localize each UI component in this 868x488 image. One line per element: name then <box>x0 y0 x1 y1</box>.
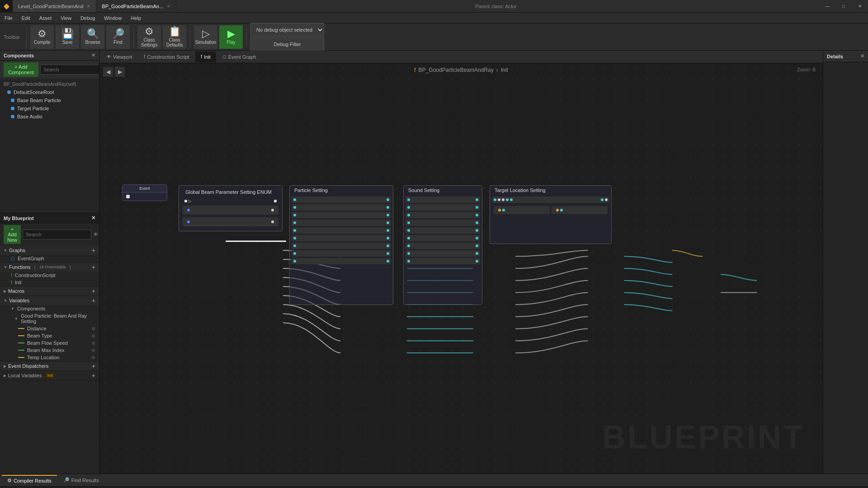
tab-init[interactable]: f Init <box>195 52 216 62</box>
ps-node-7[interactable] <box>292 243 391 249</box>
menu-edit[interactable]: Edit <box>17 13 35 23</box>
tab-level[interactable]: Level_GoodParticleBeamAnd ✕ <box>13 0 96 12</box>
compile-button[interactable]: ⚙ Compile <box>30 25 54 49</box>
bp-visibility-button[interactable]: 👁 <box>93 231 99 238</box>
ps-node-2[interactable] <box>292 204 391 211</box>
ps-node-8[interactable] <box>292 250 391 257</box>
beam-max-index-settings-icon[interactable]: ⚙ <box>91 348 95 353</box>
bp-var-distance[interactable]: Distance ⚙ <box>0 325 99 332</box>
tl-sub-node-2[interactable] <box>552 206 608 214</box>
class-settings-button[interactable]: ⚙ Class Settings <box>137 25 161 49</box>
ps-node-5[interactable] <box>292 227 391 234</box>
debug-filter-button[interactable]: Debug Filter <box>250 38 324 51</box>
ps-node-6[interactable] <box>292 235 391 241</box>
global-beam-node-group[interactable]: Global Beam Parameter Setting ENUM ▷ <box>179 185 283 231</box>
ss-node-1[interactable] <box>406 197 480 203</box>
menu-window[interactable]: Window <box>99 13 126 23</box>
tab-event-graph[interactable]: ⬡ Event Graph <box>217 52 262 62</box>
blueprint-canvas[interactable]: ◀ ▶ f BP_GoodParticleBeamAndRay › Init Z… <box>99 63 823 474</box>
self-item[interactable]: BP_GoodParticleBeamAndRay(self) <box>0 80 99 88</box>
menu-view[interactable]: View <box>56 13 76 23</box>
variables-section-header[interactable]: ▼ Variables + <box>0 296 99 305</box>
play-button[interactable]: ▶ Play <box>219 25 243 49</box>
tab-level-close[interactable]: ✕ <box>87 4 90 9</box>
distance-settings-icon[interactable]: ⚙ <box>91 326 95 331</box>
comp-default-scene-root[interactable]: DefaultSceneRoot <box>0 88 99 96</box>
tab-construction-script[interactable]: f Construction Script <box>139 52 195 62</box>
ss-node-8[interactable] <box>406 250 480 257</box>
beam-flow-speed-settings-icon[interactable]: ⚙ <box>91 341 95 346</box>
gb-inner-node-1[interactable] <box>183 206 278 215</box>
gb-inner-node-2[interactable] <box>183 217 278 226</box>
menu-help[interactable]: Help <box>126 13 146 23</box>
ss-node-4[interactable] <box>406 220 480 226</box>
add-new-button[interactable]: + Add New <box>4 225 21 244</box>
menu-file[interactable]: File <box>0 13 17 23</box>
add-graph-button[interactable]: + <box>92 247 95 253</box>
component-search-input[interactable] <box>40 65 99 75</box>
tl-sub-node-1[interactable] <box>494 206 550 214</box>
simulation-button[interactable]: ▷ Simulation <box>194 25 217 49</box>
ps-node-4[interactable] <box>292 220 391 226</box>
debug-object-select[interactable]: No debug object selected <box>250 23 324 37</box>
minimize-button[interactable]: — <box>819 0 835 13</box>
save-button[interactable]: 💾 Save <box>56 25 79 49</box>
add-variable-button[interactable]: + <box>92 297 95 304</box>
ps-node-9[interactable] <box>292 258 391 264</box>
add-event-dispatcher-button[interactable]: + <box>92 363 95 369</box>
maximize-button[interactable]: □ <box>835 0 852 13</box>
ss-node-7[interactable] <box>406 243 480 249</box>
tab-bp-close[interactable]: ✕ <box>167 4 170 9</box>
find-button[interactable]: 🔎 Find <box>106 25 130 49</box>
close-button[interactable]: ✕ <box>852 0 868 13</box>
tab-viewport[interactable]: 👁 Viewport <box>101 52 138 62</box>
add-macro-button[interactable]: + <box>92 288 95 294</box>
browse-button[interactable]: 🔍 Browse <box>81 25 104 49</box>
temp-location-settings-icon[interactable]: ⚙ <box>91 355 95 360</box>
tab-bp[interactable]: BP_GoodParticleBeamAn... ✕ <box>96 0 176 12</box>
local-variables-header[interactable]: ▶ Local Variables Init + <box>0 371 99 380</box>
ss-node-9[interactable] <box>406 258 480 264</box>
tab-compiler-results[interactable]: ⚙ Compiler Results <box>2 475 57 486</box>
menu-debug[interactable]: Debug <box>76 13 99 23</box>
sound-setting-node-group[interactable]: Sound Setting <box>403 185 482 305</box>
add-local-variable-button[interactable]: + <box>92 372 95 379</box>
macros-section-header[interactable]: ▶ Macros + <box>0 286 99 296</box>
bp-var-beam-type[interactable]: Beam Type ⚙ <box>0 332 99 339</box>
ps-node-1[interactable] <box>292 197 391 203</box>
bp-construction-script-item[interactable]: f ConstructionScript <box>0 272 99 279</box>
class-defaults-button[interactable]: 📋 Class Defaults <box>163 25 186 49</box>
graphs-section-header[interactable]: ▼ Graphs + <box>0 246 99 255</box>
comp-base-beam-particle[interactable]: Base Beam Particle <box>0 96 99 104</box>
ss-node-6[interactable] <box>406 235 480 241</box>
add-function-button[interactable]: + <box>92 264 95 270</box>
functions-section-header[interactable]: ▼ Functions ( 18 Overridable ) + <box>0 263 99 272</box>
bp-var-beam-max-index[interactable]: Beam Max Index ⚙ <box>0 347 99 354</box>
ss-node-5[interactable] <box>406 227 480 234</box>
start-node[interactable]: Event <box>122 189 131 196</box>
beam-type-settings-icon[interactable]: ⚙ <box>91 333 95 338</box>
bp-init-item[interactable]: f Init <box>0 279 99 286</box>
event-dispatchers-header[interactable]: ▶ Event Dispatchers + <box>0 361 99 371</box>
tab-find-results[interactable]: 🔎 Find Results <box>58 475 104 486</box>
ss-node-2[interactable] <box>406 204 480 211</box>
add-component-button[interactable]: + Add Component <box>4 62 38 77</box>
target-location-node-group[interactable]: Target Location Setting <box>490 185 612 244</box>
ss-node-3[interactable] <box>406 212 480 218</box>
ps-node-3[interactable] <box>292 212 391 218</box>
components-panel-close[interactable]: ✕ <box>91 52 95 58</box>
nav-forward-button[interactable]: ▶ <box>115 67 125 77</box>
nav-back-button[interactable]: ◀ <box>103 67 113 77</box>
menu-asset[interactable]: Asset <box>35 13 57 23</box>
bp-var-temp-location[interactable]: Temp Location ⚙ <box>0 354 99 361</box>
comp-base-audio[interactable]: Base Audio <box>0 113 99 121</box>
details-close[interactable]: ✕ <box>860 53 864 59</box>
bp-gp-setting-subgroup[interactable]: ▼ Good Particle: Beam And Ray Setting <box>0 312 99 325</box>
bp-var-beam-flow-speed[interactable]: Beam Flow Speed ⚙ <box>0 339 99 347</box>
tl-node-row-1[interactable] <box>492 197 609 203</box>
particle-setting-node-group[interactable]: Particle Setting <box>289 185 393 305</box>
bp-event-graph-item[interactable]: ⬡ EventGraph <box>0 255 99 262</box>
bp-components-group[interactable]: ▼ Components <box>0 305 99 312</box>
comp-target-particle[interactable]: Target Particle <box>0 104 99 113</box>
my-blueprint-close[interactable]: ✕ <box>91 215 95 221</box>
